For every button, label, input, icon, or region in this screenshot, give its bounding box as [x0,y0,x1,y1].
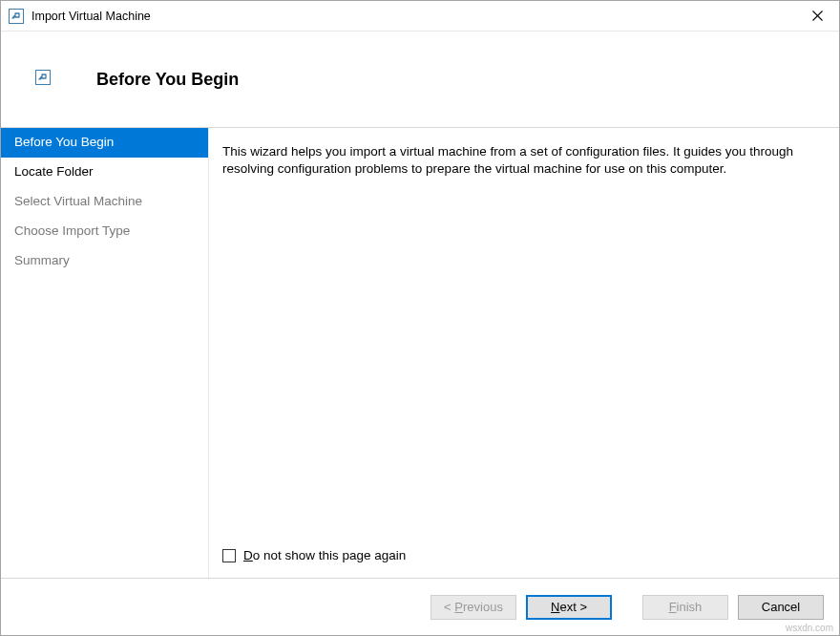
previous-button: < Previous [430,595,516,620]
titlebar: Import Virtual Machine [1,1,839,32]
next-button[interactable]: Next > [526,595,612,620]
wizard-description: This wizard helps you import a virtual m… [222,143,818,178]
wizard-footer: < Previous Next > Finish Cancel [1,578,839,635]
step-before-you-begin[interactable]: Before You Begin [1,128,208,158]
wizard-header: Before You Begin [1,32,839,127]
page-title: Before You Begin [96,70,239,90]
do-not-show-again-checkbox[interactable] [222,549,236,562]
wizard-steps-sidebar: Before You Begin Locate Folder Select Vi… [1,128,209,578]
window-title: Import Virtual Machine [32,10,151,23]
wizard-content: This wizard helps you import a virtual m… [209,128,839,578]
step-choose-import-type: Choose Import Type [1,217,208,246]
close-button[interactable] [795,2,839,31]
wizard-body: Before You Begin Locate Folder Select Vi… [1,127,839,578]
close-icon [812,11,823,21]
import-vm-icon [9,9,24,24]
cancel-button[interactable]: Cancel [738,595,824,620]
step-summary: Summary [1,246,208,276]
do-not-show-again-row[interactable]: Do not show this page again [222,548,818,562]
step-locate-folder[interactable]: Locate Folder [1,158,208,187]
finish-button: Finish [642,595,728,620]
do-not-show-again-label: Do not show this page again [243,548,406,562]
import-vm-icon [35,70,51,85]
wizard-window: Import Virtual Machine Before You Begin … [0,0,840,636]
step-select-virtual-machine: Select Virtual Machine [1,187,208,217]
